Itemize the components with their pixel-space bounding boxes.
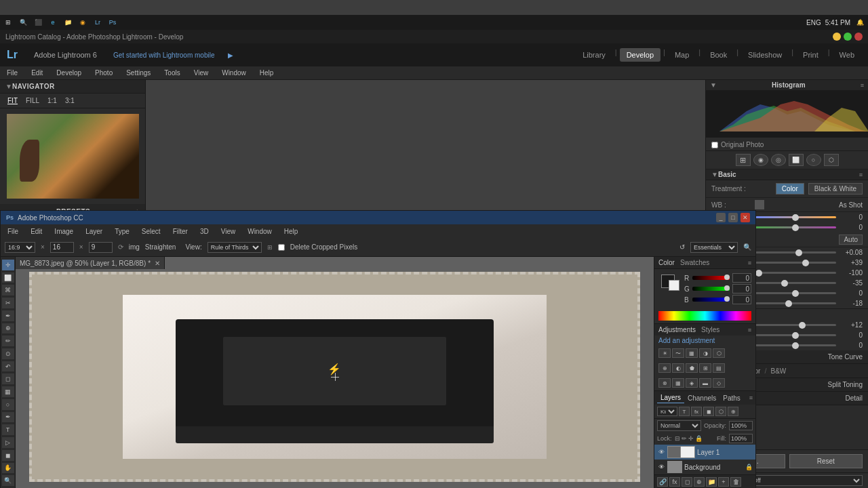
menu-file[interactable]: File xyxy=(4,68,20,78)
module-print[interactable]: Print xyxy=(796,48,825,62)
blend-mode-select[interactable]: Normal xyxy=(657,420,701,431)
channels-tab[interactable]: Channels xyxy=(684,393,719,403)
adj-vibrance-icon[interactable]: ⬡ xyxy=(713,348,725,358)
highlights-thumb[interactable] xyxy=(755,270,762,277)
red-eye-icon[interactable]: ◎ xyxy=(771,154,786,166)
menu-window[interactable]: Window xyxy=(219,68,249,78)
layer-1-item[interactable]: 👁 Layer 1 xyxy=(654,445,755,460)
layer-link-btn[interactable]: 🔗 xyxy=(657,477,668,487)
ps-width-input[interactable] xyxy=(50,242,74,253)
ps-move-tool[interactable]: ✛ xyxy=(2,260,14,270)
background-layer-item[interactable]: 👁 Background 🔒 xyxy=(654,460,755,474)
menu-view[interactable]: View xyxy=(191,68,212,78)
b-track[interactable] xyxy=(692,298,730,302)
shadows-track[interactable] xyxy=(751,282,836,284)
highlights-track[interactable] xyxy=(751,272,836,274)
ps-essentials-select[interactable]: Essentials xyxy=(690,242,738,253)
r-thumb[interactable] xyxy=(724,274,730,280)
adj-color-balance-icon[interactable]: ⊕ xyxy=(658,363,671,373)
adjustment-brush-icon[interactable]: ⬡ xyxy=(824,154,839,166)
adj-hue-icon[interactable]: ◑ xyxy=(699,348,711,358)
bw-tab[interactable]: B&W xyxy=(770,367,786,375)
ps-path-tool[interactable]: ▷ xyxy=(2,437,14,448)
ps-taskbar-icon[interactable]: Ps xyxy=(107,17,118,28)
saturation-thumb[interactable] xyxy=(792,342,799,349)
lr-maximize-btn[interactable] xyxy=(844,33,852,41)
ps-menu-3d[interactable]: 3D xyxy=(197,226,212,237)
ps-gradient-tool[interactable]: ▦ xyxy=(2,386,14,397)
g-track[interactable] xyxy=(692,287,730,291)
layer-mask-btn[interactable]: ◻ xyxy=(682,477,692,487)
wb-eyedropper[interactable] xyxy=(755,200,764,209)
ps-select-tool[interactable]: ⬜ xyxy=(2,272,14,283)
bg-color-swatch[interactable] xyxy=(669,280,679,291)
ps-menu-filter[interactable]: Filter xyxy=(170,226,191,237)
layers-menu[interactable]: ≡ xyxy=(749,394,753,401)
tint-track[interactable] xyxy=(751,226,836,228)
adj-curves-icon[interactable]: 〜 xyxy=(672,348,684,358)
blacks-track[interactable] xyxy=(751,302,836,304)
exposure-thumb[interactable] xyxy=(795,249,802,256)
ps-dodge-tool[interactable]: ○ xyxy=(2,399,14,410)
fill-input[interactable]: 100% xyxy=(729,434,753,443)
file-icon[interactable]: 📁 xyxy=(62,17,73,28)
zoom-3-1[interactable]: 3:1 xyxy=(63,96,77,105)
ps-menu-type[interactable]: Type xyxy=(112,226,132,237)
layer-smart-btn[interactable]: ⊕ xyxy=(728,407,738,416)
notification-icon[interactable]: 🔔 xyxy=(854,17,865,28)
ps-menu-layer[interactable]: Layer xyxy=(83,226,105,237)
swatches-label[interactable]: Swatches xyxy=(680,259,709,266)
adj-posterize-icon[interactable]: ▦ xyxy=(672,378,684,388)
b-thumb[interactable] xyxy=(724,296,730,302)
r-track[interactable] xyxy=(692,276,730,280)
adj-bw-icon[interactable]: ◐ xyxy=(672,363,684,373)
crop-tool-icon[interactable]: ⊞ xyxy=(736,154,751,166)
ps-eraser-tool[interactable]: ◻ xyxy=(2,373,14,384)
menu-tools[interactable]: Tools xyxy=(161,68,182,78)
contrast-track[interactable] xyxy=(751,262,836,264)
ps-shape-tool[interactable]: ◼ xyxy=(2,450,14,461)
contrast-thumb[interactable] xyxy=(802,260,809,266)
ps-menu-file[interactable]: File xyxy=(5,226,21,237)
ps-text-tool[interactable]: T xyxy=(2,424,14,435)
fg-color-swatch[interactable] xyxy=(661,274,675,288)
blacks-thumb[interactable] xyxy=(785,300,792,307)
layer-pixel-btn[interactable]: ◼ xyxy=(703,407,714,416)
navigator-header[interactable]: ▼ Navigator xyxy=(0,80,145,94)
adj-brightness-icon[interactable]: ☀ xyxy=(658,348,671,358)
vibrance-thumb[interactable] xyxy=(792,332,799,339)
g-input[interactable]: 0 xyxy=(732,284,751,293)
histogram-menu[interactable]: ≡ xyxy=(861,82,864,89)
ps-clone-tool[interactable]: ⊙ xyxy=(2,348,14,359)
ps-crop-tool[interactable]: ✂ xyxy=(2,298,14,308)
ps-maximize-btn[interactable]: □ xyxy=(728,213,738,222)
ps-lasso-tool[interactable]: ⌘ xyxy=(2,285,14,296)
ps-close-btn[interactable]: ✕ xyxy=(741,213,750,222)
whites-track[interactable] xyxy=(751,292,836,294)
search-taskbar-icon[interactable]: 🔍 xyxy=(18,17,28,28)
lock-all-icon[interactable]: 🔒 xyxy=(695,435,703,442)
basic-menu[interactable]: ≡ xyxy=(859,171,863,178)
menu-edit[interactable]: Edit xyxy=(28,68,45,78)
whites-thumb[interactable] xyxy=(792,290,799,297)
g-thumb[interactable] xyxy=(724,285,730,291)
lock-pixels-icon[interactable]: ✏ xyxy=(682,435,687,442)
module-book[interactable]: Book xyxy=(703,48,734,62)
adj-gradient-map-icon[interactable]: ▬ xyxy=(699,378,711,388)
chrome-icon[interactable]: ◉ xyxy=(77,17,88,28)
ps-tab-close[interactable]: ✕ xyxy=(155,260,160,267)
shadows-thumb[interactable] xyxy=(781,280,788,287)
ps-delete-cropped-checkbox[interactable] xyxy=(278,244,285,251)
ps-pen-tool[interactable]: ✒ xyxy=(2,412,14,423)
saturation-track[interactable] xyxy=(751,344,836,346)
lock-position-icon[interactable]: ✛ xyxy=(688,435,694,442)
ps-search-workspace-icon[interactable]: 🔍 xyxy=(743,243,751,251)
layer-shape-btn[interactable]: ⬡ xyxy=(715,407,726,416)
reset-btn[interactable]: Reset xyxy=(789,454,863,468)
adj-channel-mixer-icon[interactable]: ⊞ xyxy=(699,363,711,373)
ps-menu-edit[interactable]: Edit xyxy=(28,226,45,237)
ps-minimize-btn[interactable]: _ xyxy=(716,213,726,222)
ps-menu-window[interactable]: Window xyxy=(245,226,275,237)
menu-develop[interactable]: Develop xyxy=(54,68,84,78)
task-view-icon[interactable]: ⬛ xyxy=(33,17,43,28)
